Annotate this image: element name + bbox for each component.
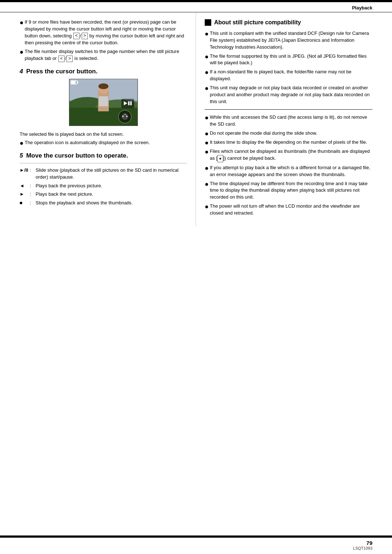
list-item: ◄ : Plays back the previous picture. [20,183,187,190]
bullet-dot: ● [205,53,210,60]
bullet-text: While this unit accesses the SD card (th… [210,114,372,128]
header-title: Playback [352,5,372,11]
left-column: ● If 9 or more files have been recorded,… [15,12,196,227]
step4-label: Press the cursor button. [26,68,97,75]
op-text: Plays back the next picture. [36,191,93,198]
svg-rect-15 [130,101,131,105]
bullet-dot: ● [205,165,210,171]
op-icon-slideshow: ►/II [20,167,30,174]
page: Playback ● If 9 or more files have been … [0,0,392,554]
list-item: ● While this unit accesses the SD card (… [205,114,372,128]
right-column: About still picture compatibility ● This… [196,12,377,227]
bullet-dot: ● [20,140,25,146]
footer-page-number: 79 [353,540,372,546]
list-item: ● The time displayed may be different fr… [205,180,372,201]
list-item: ● The operation icon is automatically di… [20,139,187,146]
list-item: ● Files which cannot be displayed as thu… [205,148,372,162]
op-text: Stops the playback and shows the thumbna… [36,200,132,207]
intro-bullet-list: ● If 9 or more files have been recorded,… [20,19,187,62]
svg-rect-8 [99,96,108,106]
footer: 79 LSQT1093 [0,535,392,554]
op-icon-next: ► [20,191,30,197]
list-item: ● This unit may degrade or not play back… [205,85,372,105]
step5-label: Move the cursor button to operate. [26,152,128,159]
bullet-dot: ● [205,203,210,210]
bullet-dot: ● [20,19,25,26]
bullet-dot: ● [205,148,210,155]
nav-box-right2: > [66,56,73,62]
camera-image [69,79,138,126]
step5-heading: 5 Move the cursor button to operate. [20,152,187,159]
bullet-dot: ● [205,85,210,91]
svg-point-7 [98,83,109,89]
nav-box-left2: < [58,56,65,62]
op-text: Slide show (playback of the still pictur… [36,167,187,181]
svg-rect-10 [77,82,78,83]
list-item: ● The file format supported by this unit… [205,53,372,67]
list-item: ■ : Stops the playback and shows the thu… [20,200,187,207]
bullet-text: Files which cannot be displayed as thumb… [210,148,372,162]
op-colon: : [30,191,33,197]
bullet-dot: ● [205,130,210,137]
list-item: ► : Plays back the next picture. [20,191,187,198]
op-icon-prev: ◄ [20,183,30,189]
bullet-dot: ● [20,49,25,55]
bullet-text: Do not operate the mode dial during the … [210,130,317,137]
footer-code: LSQT1093 [353,546,372,550]
operations-list: ►/II : Slide show (playback of the still… [20,163,187,207]
bullet-text: If you attempt to play back a file which… [210,164,372,178]
bottom-bullet-list: ● While this unit accesses the SD card (… [205,114,372,216]
nav-box-left: < [73,33,79,39]
bullet-text: This unit may degrade or not play back d… [210,85,372,105]
step5-number: 5 [20,152,23,159]
image-caption: The selected file is played back on the … [20,131,187,138]
section-title: About still picture compatibility [205,19,372,26]
thumb-icon: ♠ [217,155,223,162]
bullet-text: The operation icon is automatically disp… [25,139,150,146]
bullet-dot: ● [205,114,210,121]
bullet-text: The file format supported by this unit i… [210,53,372,67]
op-colon: : [30,183,33,189]
bullet-text: If 9 or more files have been recorded, t… [25,19,187,46]
header: Playback [0,2,392,12]
list-item: ● The power will not turn off when the L… [205,203,372,217]
bullet-text: This unit is compliant with the unified … [210,30,372,51]
main-content: ● If 9 or more files have been recorded,… [0,12,392,227]
footer-right: 79 LSQT1093 [353,540,372,550]
op-text: Plays back the previous picture. [36,183,102,190]
list-item: ►/II : Slide show (playback of the still… [20,167,187,181]
list-item: ● This unit is compliant with the unifie… [205,30,372,51]
nav-box-right: > [82,33,88,39]
bullet-text: It takes time to display the file depend… [210,139,367,146]
svg-rect-12 [121,99,134,108]
op-icon-stop: ■ [20,200,30,206]
divider-line [205,109,372,110]
op-colon: : [30,200,33,206]
bullet-text: The power will not turn off when the LCD… [210,203,372,217]
caption-bullet-list: ● The operation icon is automatically di… [20,139,187,146]
bullet-dot: ● [205,139,210,146]
svg-rect-14 [128,101,129,105]
bullet-dot: ● [205,181,210,187]
svg-rect-11 [71,81,75,84]
bullet-text: The file number display switches to the … [25,48,187,62]
list-item: ● Do not operate the mode dial during th… [205,130,372,137]
list-item: ● The file number display switches to th… [20,48,187,62]
step4-number: 4 [20,68,23,75]
op-colon: : [30,167,33,174]
top-bullet-list: ● This unit is compliant with the unifie… [205,30,372,105]
list-item: ● If a non-standard file is played back,… [205,69,372,82]
list-item: ● If 9 or more files have been recorded,… [20,19,187,46]
list-item: ● If you attempt to play back a file whi… [205,164,372,178]
camera-svg [69,79,138,126]
section-title-text: About still picture compatibility [214,19,301,26]
step4-heading: 4 Press the cursor button. [20,68,187,75]
bullet-dot: ● [205,30,210,37]
section-title-box [205,19,211,26]
bullet-text: The time displayed may be different from… [210,180,372,201]
bullet-dot: ● [205,69,210,76]
list-item: ● It takes time to display the file depe… [205,139,372,146]
bullet-text: If a non-standard file is played back, t… [210,69,372,82]
